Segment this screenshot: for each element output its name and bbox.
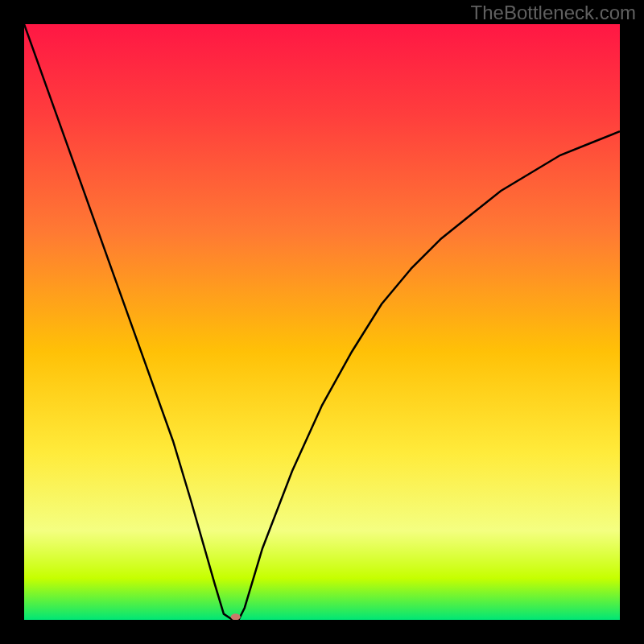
chart-container xyxy=(24,24,620,620)
gradient-background xyxy=(24,24,620,620)
minimum-marker xyxy=(231,613,241,620)
watermark-text: TheBottleneck.com xyxy=(471,2,636,24)
bottleneck-chart xyxy=(24,24,620,620)
